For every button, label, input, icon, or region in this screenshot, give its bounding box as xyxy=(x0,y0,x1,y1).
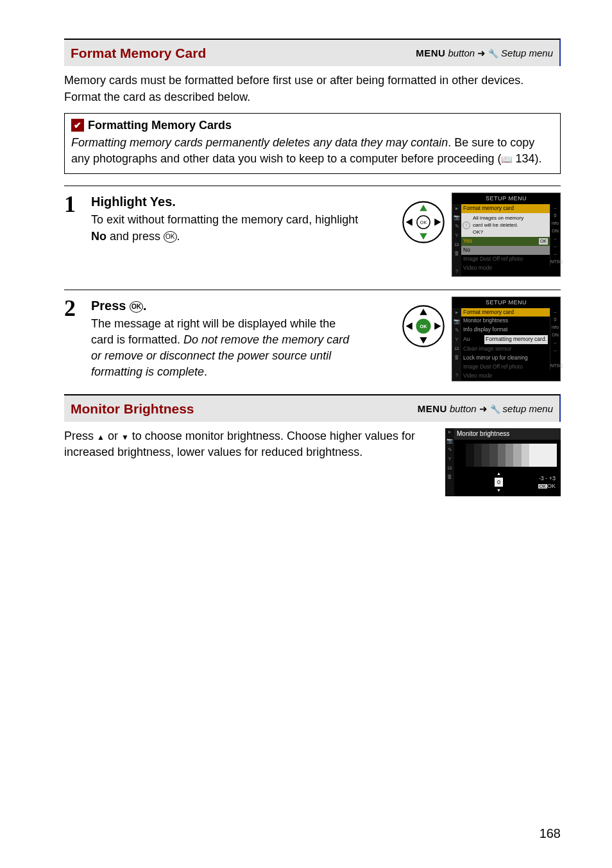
lcd-dialog: ! All images on memory card will be dele… xyxy=(461,213,550,238)
lcd-side-icons: ▸📷✎Y🗂🗑? xyxy=(452,308,461,381)
section-path: MENU button Setup menu xyxy=(416,46,553,60)
brightness-gradient xyxy=(458,444,557,467)
heading-prefix: Press xyxy=(91,299,130,313)
text-b: and press xyxy=(106,230,164,243)
menu-label: MENU xyxy=(416,46,445,60)
step-number: 2 xyxy=(64,297,82,320)
lcd-right-col: -- 0 info ON -- -- NTSC xyxy=(550,308,560,381)
lcd-side-icons: ▸📷✎Y🗂🗑? xyxy=(452,204,461,276)
monitor-brightness-block: Press or to choose monitor brightness. C… xyxy=(64,428,561,496)
lcd-row: Image Dust Off ref photo xyxy=(461,255,550,264)
note-body: Formatting memory cards permanently dele… xyxy=(71,135,554,167)
svg-marker-9 xyxy=(420,309,427,315)
heading-bold: Yes xyxy=(150,195,172,209)
lcd-row: Image Dust Off ref photo xyxy=(461,363,550,372)
lcd-row: Monitor brightness xyxy=(461,317,550,326)
lcd-screenshot-1: SETUP MENU ▸📷✎Y🗂🗑? Format memory card ! … xyxy=(452,193,561,277)
text-a: To exit without formatting the memory ca… xyxy=(91,213,358,226)
lcd-screenshot-brightness: ▸ 📷 ✎ Y 🗂 🗑 Monitor brightness ▲ 0 ▼ xyxy=(445,428,561,496)
text-a: Press xyxy=(64,430,97,442)
lcd-side-icons: ▸ 📷 ✎ Y 🗂 🗑 xyxy=(445,428,454,496)
button-word: button xyxy=(450,402,477,415)
step-illustrations: OK SETUP MENU ▸📷✎Y🗂🗑? Format memory card… xyxy=(400,193,561,277)
step-illustrations: OK SETUP MENU ▸📷✎Y🗂🗑? Format memory card… xyxy=(400,297,561,381)
menu-label: MENU xyxy=(418,402,447,415)
triangle-up-icon xyxy=(97,430,105,442)
path-tail: Setup menu xyxy=(501,46,553,60)
wrench-icon xyxy=(488,46,498,60)
path-tail: setup menu xyxy=(503,402,553,415)
section-header-brightness: Monitor Brightness MENU button setup men… xyxy=(64,394,561,422)
ok-label: OK xyxy=(547,483,556,489)
step-number: 1 xyxy=(64,193,82,216)
multi-selector-ok-icon: OK xyxy=(400,303,446,349)
step-heading: Highlight Yes. xyxy=(91,193,391,211)
ok-badge: OK xyxy=(538,484,547,489)
step-1: 1 Highlight Yes. To exit without formatt… xyxy=(64,186,561,290)
lcd-right-col: -- 0 info ON -- -- -- NTSC xyxy=(550,204,560,276)
ok-icon: OK xyxy=(164,231,176,243)
heading-suffix: . xyxy=(143,299,147,313)
page-number: 168 xyxy=(540,824,561,842)
lcd-row-no: No xyxy=(461,246,550,255)
section-title: Format Memory Card xyxy=(71,44,206,62)
note-ref: 134). xyxy=(512,152,541,165)
step-text: To exit without formatting the memory ca… xyxy=(91,212,361,244)
lcd-row: Video mode xyxy=(461,372,550,381)
lcd-row: Format memory card xyxy=(461,308,550,317)
brightness-scale: ▲ 0 ▼ -3 - +3 OKOK xyxy=(454,471,561,496)
note-header: ✔ Formatting Memory Cards xyxy=(71,117,554,134)
lcd-row: Clean image sensor xyxy=(461,345,550,354)
svg-marker-10 xyxy=(420,337,427,343)
text-c: . xyxy=(177,230,180,243)
lcd-row: Video mode xyxy=(461,264,550,273)
brightness-range: -3 - +3 xyxy=(539,475,556,482)
warning-note: ✔ Formatting Memory Cards Formatting mem… xyxy=(64,113,561,175)
lcd-title: SETUP MENU xyxy=(452,297,560,308)
text-b: or xyxy=(105,430,121,442)
section1-intro: Memory cards must be formatted before fi… xyxy=(64,73,561,105)
triangle-down-icon xyxy=(121,430,129,442)
brightness-value: 0 xyxy=(495,478,503,487)
step-2: 2 Press OK. The message at right will be… xyxy=(64,290,561,394)
svg-text:OK: OK xyxy=(420,220,427,225)
text-b: . xyxy=(204,365,207,378)
lcd-popup-row: Au Formatting memory card. xyxy=(461,334,550,345)
arrow-icon xyxy=(477,46,486,60)
step-body: Press OK. The message at right will be d… xyxy=(91,297,391,381)
svg-marker-11 xyxy=(406,322,412,330)
info-icon: ! xyxy=(463,221,470,229)
note-check-icon: ✔ xyxy=(71,119,84,132)
section-title: Monitor Brightness xyxy=(71,399,194,418)
ok-icon: OK xyxy=(130,301,143,313)
steps-list: 1 Highlight Yes. To exit without formatt… xyxy=(64,186,561,394)
heading-prefix: Highlight xyxy=(91,195,150,209)
arrow-icon xyxy=(479,402,488,415)
step-body: Highlight Yes. To exit without formattin… xyxy=(91,193,391,244)
multi-selector-icon: OK xyxy=(400,199,446,245)
brightness-text: Press or to choose monitor brightness. C… xyxy=(64,428,426,460)
note-heading: Formatting Memory Cards xyxy=(88,117,232,134)
lcd-screenshot-2: SETUP MENU ▸📷✎Y🗂🗑? Format memory card Mo… xyxy=(452,297,561,381)
svg-marker-2 xyxy=(420,205,427,211)
lcd-row: Lock mirror up for cleaning xyxy=(461,354,550,363)
lcd-row: Info display format xyxy=(461,326,550,334)
note-italic: Formatting memory cards permanently dele… xyxy=(71,136,448,149)
section-header-format: Format Memory Card MENU button Setup men… xyxy=(64,39,561,66)
lcd-title: Monitor brightness xyxy=(454,428,561,440)
wrench-icon xyxy=(490,402,500,415)
text-bold: No xyxy=(91,230,106,243)
svg-marker-4 xyxy=(406,219,412,227)
step-text: The message at right will be displayed w… xyxy=(91,316,361,381)
book-icon: 📖 xyxy=(501,153,512,166)
lcd-row: Format memory card xyxy=(461,204,550,213)
svg-marker-12 xyxy=(434,322,441,330)
step-heading: Press OK. xyxy=(91,297,391,315)
svg-marker-3 xyxy=(420,234,427,240)
button-word: button xyxy=(448,46,475,60)
section-path: MENU button setup menu xyxy=(418,402,553,415)
svg-text:OK: OK xyxy=(420,324,428,329)
lcd-row-yes: YesOK xyxy=(461,237,550,246)
svg-marker-5 xyxy=(434,219,441,227)
heading-suffix: . xyxy=(172,195,176,209)
